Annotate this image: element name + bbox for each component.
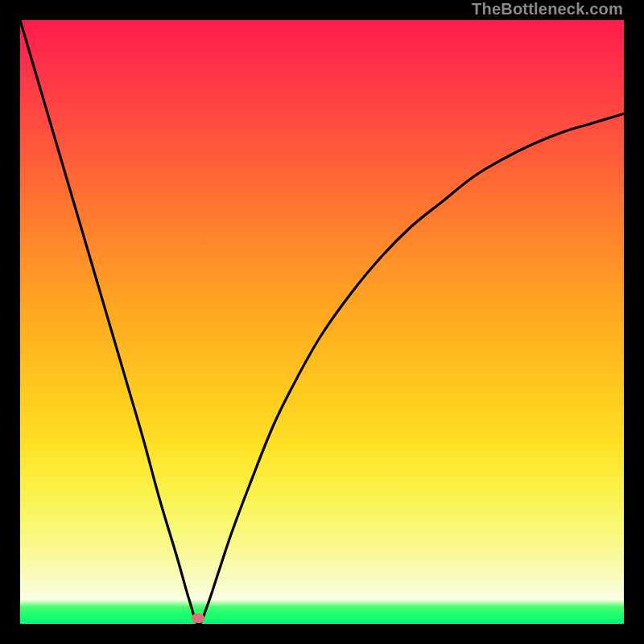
- optimum-marker: [192, 613, 204, 623]
- watermark-text: TheBottleneck.com: [472, 0, 623, 19]
- plot-area: [20, 20, 624, 624]
- curve-svg: [20, 20, 624, 624]
- chart-frame: TheBottleneck.com: [0, 0, 644, 644]
- bottleneck-curve-path: [20, 20, 624, 624]
